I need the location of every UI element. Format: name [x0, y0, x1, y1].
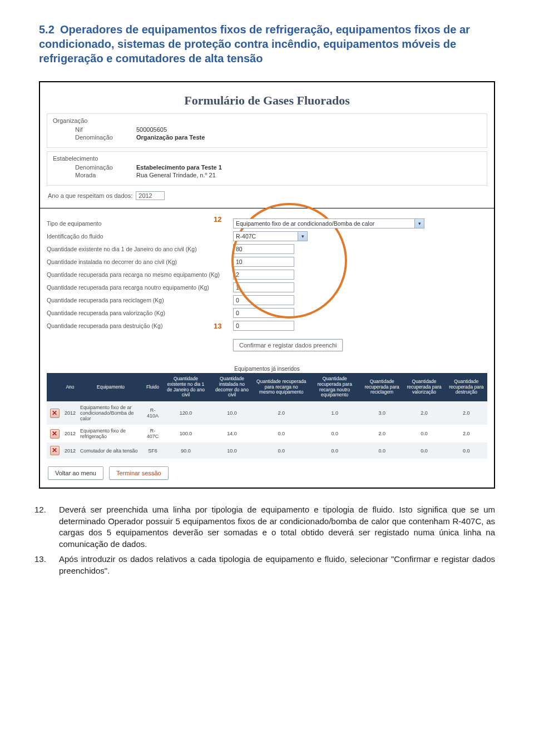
- cell-q4: 0.0: [309, 442, 361, 459]
- nif-value: 500005605: [136, 126, 167, 133]
- org-heading: Organização: [53, 117, 481, 124]
- cell-q2: 10.0: [210, 442, 254, 459]
- th-qexist: Quantidade existente no dia 1 de Janeiro…: [162, 373, 210, 401]
- chevron-down-icon: ▾: [298, 232, 307, 241]
- org-box: Organização Nif 500005605 Denominação Or…: [47, 113, 487, 148]
- cell-q1: 100.0: [162, 425, 210, 442]
- estab-heading: Estabelecimento: [53, 155, 481, 162]
- cell-q7: 2.0: [446, 401, 487, 425]
- form-screenshot: Formulário de Gases Fluorados Organizaçã…: [39, 81, 495, 489]
- logout-button[interactable]: Terminar sessão: [109, 466, 169, 480]
- org-denom-label: Denominação: [53, 134, 136, 141]
- fields-area: 12 Tipo de equipamento Equipamento fixo …: [47, 215, 487, 357]
- th-ano: Ano: [62, 373, 78, 401]
- cell-fluido: SF6: [144, 442, 162, 459]
- q4-input[interactable]: 1: [233, 282, 294, 292]
- q5-input[interactable]: 0: [233, 295, 294, 305]
- cell-q6: 0.0: [403, 442, 446, 459]
- th-qvalor: Quantidade recuperada para valorização: [403, 373, 446, 401]
- q1-input[interactable]: 80: [233, 244, 294, 254]
- cell-q6: 0.0: [403, 425, 446, 442]
- delete-icon[interactable]: ✕: [50, 409, 60, 418]
- estab-morada-value: Rua General Trindade, n.º 21: [136, 172, 216, 178]
- para-num: 12.: [47, 504, 59, 516]
- section-number: 5.2: [39, 22, 60, 37]
- th-qrecoutro: Quantidade recuperada para recarga noutr…: [309, 373, 361, 401]
- q7-label: Quantidade recuperada para destruição (K…: [47, 322, 233, 329]
- q7-input[interactable]: 0: [233, 321, 294, 331]
- cell-equip: Equipamento fixo de ar condicionado/Bomb…: [78, 401, 144, 425]
- table-title: Equipamentos já inseridos: [47, 366, 487, 372]
- cell-q7: 0.0: [446, 442, 487, 459]
- callout-12: 12: [214, 215, 221, 223]
- tipo-label: Tipo de equipamento: [47, 220, 233, 227]
- tipo-select[interactable]: Equipamento fixo de ar condicionado/Bomb…: [233, 218, 424, 228]
- th-equip: Equipamento: [78, 373, 144, 401]
- year-label: Ano a que respeitam os dados:: [48, 192, 132, 199]
- q2-input[interactable]: 10: [233, 257, 294, 267]
- para-num: 13.: [47, 554, 59, 565]
- cell-equip: Comutador de alta tensão: [78, 442, 144, 459]
- table-row: ✕2012Equipamento fixo de refrigeraçãoR-4…: [47, 425, 487, 442]
- fluido-select[interactable]: R-407C ▾: [233, 231, 308, 241]
- th-qrecmesmo: Quantidade recuperada para recarga no me…: [254, 373, 309, 401]
- q5-label: Quantidade recuperada para reciclagem (K…: [47, 297, 233, 304]
- q4-label: Quantidade recuperada para recarga noutr…: [47, 284, 233, 291]
- tipo-select-value: Equipamento fixo de ar condicionado/Bomb…: [236, 220, 374, 227]
- cell-q3: 0.0: [254, 425, 309, 442]
- section-title-text: Operadores de equipamentos fixos de refr…: [39, 23, 470, 64]
- paragraph-13: 13.Após introduzir os dados relativos a …: [39, 554, 495, 576]
- q3-label: Quantidade recuperada para recarga no me…: [47, 271, 233, 278]
- estab-box: Estabelecimento Denominação Estabelecime…: [47, 151, 487, 186]
- back-to-menu-button[interactable]: Voltar ao menu: [48, 466, 103, 480]
- cell-q7: 2.0: [446, 425, 487, 442]
- q6-label: Quantidade recuperada para valorização (…: [47, 310, 233, 316]
- cell-q3: 0.0: [254, 442, 309, 459]
- cell-q4: 0.0: [309, 425, 361, 442]
- chevron-down-icon: ▾: [414, 219, 424, 228]
- paragraph-12: 12.Deverá ser preenchida uma linha por t…: [39, 504, 495, 550]
- th-qdestr: Quantidade recuperada para destruição: [446, 373, 487, 401]
- cell-fluido: R-410A: [144, 401, 162, 425]
- cell-ano: 2012: [62, 425, 78, 442]
- table-row: ✕2012Comutador de alta tensãoSF690.010.0…: [47, 442, 487, 459]
- cell-q1: 90.0: [162, 442, 210, 459]
- section-heading: 5.2Operadores de equipamentos fixos de r…: [39, 22, 495, 66]
- cell-q5: 3.0: [361, 401, 403, 425]
- callout-13: 13: [214, 322, 221, 330]
- q1-label: Quantidade existente no dia 1 de Janeiro…: [47, 246, 233, 252]
- th-qrecic: Quantidade recuperada para reciclagem: [361, 373, 403, 401]
- cell-q5: 0.0: [361, 442, 403, 459]
- nif-label: Nif: [53, 126, 136, 133]
- cell-q3: 2.0: [254, 401, 309, 425]
- cell-q1: 120.0: [162, 401, 210, 425]
- cell-ano: 2012: [62, 442, 78, 459]
- cell-q6: 2.0: [403, 401, 446, 425]
- estab-denom-value: Estabelecimento para Teste 1: [136, 164, 222, 171]
- para-text: Após introduzir os dados relativos a cad…: [59, 554, 495, 575]
- confirm-button[interactable]: Confirmar e registar dados preenchi: [233, 339, 343, 351]
- form-title: Formulário de Gases Fluorados: [184, 93, 350, 107]
- delete-icon[interactable]: ✕: [50, 429, 60, 439]
- estab-morada-label: Morada: [53, 172, 136, 178]
- equip-table: Ano Equipamento Fluido Quantidade existe…: [47, 373, 487, 459]
- cell-q5: 2.0: [361, 425, 403, 442]
- fluido-label: Identificação do fluido: [47, 233, 233, 240]
- q6-input[interactable]: 0: [233, 308, 294, 318]
- fluido-select-value: R-407C: [236, 233, 256, 240]
- q3-input[interactable]: 2: [233, 270, 294, 280]
- cell-q2: 10.0: [210, 401, 254, 425]
- th-fluido: Fluido: [144, 373, 162, 401]
- cell-fluido: R-407C: [144, 425, 162, 442]
- q2-label: Quantidade instalada no decorrer do ano …: [47, 258, 233, 265]
- delete-icon[interactable]: ✕: [50, 446, 60, 455]
- para-text: Deverá ser preenchida uma linha por tipo…: [59, 505, 495, 549]
- table-row: ✕2012Equipamento fixo de ar condicionado…: [47, 401, 487, 425]
- org-denom-value: Organização para Teste: [136, 134, 205, 141]
- th-qinst: Quantidade instalada no decorrer do ano …: [210, 373, 254, 401]
- cell-equip: Equipamento fixo de refrigeração: [78, 425, 144, 442]
- year-input[interactable]: 2012: [136, 191, 165, 200]
- cell-q4: 1.0: [309, 401, 361, 425]
- cell-q2: 14.0: [210, 425, 254, 442]
- cell-ano: 2012: [62, 401, 78, 425]
